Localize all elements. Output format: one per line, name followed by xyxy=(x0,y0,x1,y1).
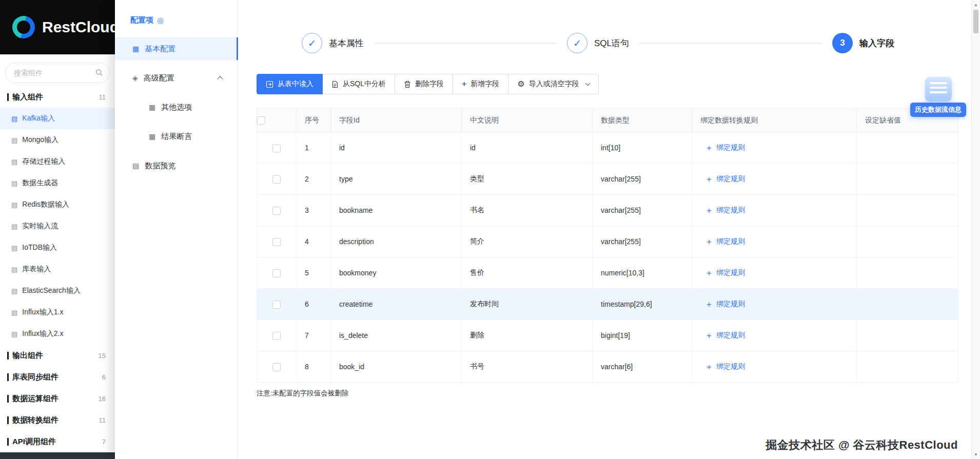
row-checkbox[interactable] xyxy=(272,269,281,277)
cell-default-value xyxy=(857,351,958,383)
section-marker xyxy=(7,395,9,403)
history-data-button[interactable]: 历史数据流信息 xyxy=(910,103,966,117)
bind-rule-link[interactable]: +绑定规则 xyxy=(700,268,745,277)
analyze-from-sql-button[interactable]: 从SQL中分析 xyxy=(322,74,395,94)
row-checkbox[interactable] xyxy=(272,207,281,215)
sidebar-bottom-bar xyxy=(0,452,115,459)
step-item[interactable]: ✓基本属性 xyxy=(302,33,364,53)
config-nav-item[interactable]: ◈高级配置 xyxy=(115,67,238,89)
logo-bar: RestCloud xyxy=(0,0,115,54)
scrollbar-down-arrow[interactable]: ▼ xyxy=(972,450,980,458)
restcloud-logo-icon xyxy=(8,12,39,43)
sidebar-item[interactable]: ▤存储过程输入 xyxy=(0,151,115,172)
config-nav-item[interactable]: ▦其他选项 xyxy=(115,96,238,118)
read-from-table-button[interactable]: 从表中读入 xyxy=(257,74,323,94)
read-from-table-icon xyxy=(266,81,273,88)
cell-default-value xyxy=(857,289,958,320)
cell-data-type: timestamp[29,6] xyxy=(593,289,692,320)
row-checkbox[interactable] xyxy=(272,363,281,371)
table-row: 4description简介varchar[255]+绑定规则 xyxy=(257,226,958,257)
config-panel: 配置项 ◎ ▦基本配置◈高级配置▦其他选项▦结果断言▤数据预览 ✓基本属性✓SQ… xyxy=(115,0,971,459)
history-data-icon[interactable] xyxy=(925,77,952,102)
cell-cn-name: 删除 xyxy=(462,320,593,351)
config-nav-item[interactable]: ▦结果断言 xyxy=(115,125,238,148)
bind-rule-link[interactable]: +绑定规则 xyxy=(700,143,745,152)
settings-icon[interactable]: ◎ xyxy=(157,16,164,24)
select-all-checkbox[interactable] xyxy=(257,116,265,125)
scrollbar-thumb[interactable] xyxy=(973,10,978,33)
sidebar-item[interactable]: ▤ElasticSearch输入 xyxy=(0,280,115,302)
config-nav-item[interactable]: ▦基本配置 xyxy=(115,37,238,60)
scrollbar-up-arrow[interactable]: ▲ xyxy=(972,1,980,9)
plus-icon: + xyxy=(707,206,712,215)
sidebar-section-header[interactable]: 数据运算组件16 xyxy=(0,388,115,409)
sidebar-item[interactable]: ▤数据生成器 xyxy=(0,172,115,194)
component-search xyxy=(5,63,110,83)
cell-default-value xyxy=(857,195,958,226)
mongo-input-icon: ▤ xyxy=(11,137,17,144)
column-header: 数据类型 xyxy=(593,109,692,132)
sidebar-section-header[interactable]: 库表同步组件6 xyxy=(0,366,115,388)
cell-no: 5 xyxy=(297,257,331,289)
config-nav-item[interactable]: ▤数据预览 xyxy=(115,154,238,177)
section-count-badge: 7 xyxy=(102,438,106,446)
sidebar-item[interactable]: ▤实时输入流 xyxy=(0,215,115,237)
plus-icon: + xyxy=(707,363,712,371)
fields-table: 序号字段Id中文说明数据类型绑定数据转换规则设定缺省值 1ididint[10]… xyxy=(257,108,958,383)
watermark-text: 掘金技术社区 @ 谷云科技RestCloud xyxy=(766,437,958,453)
table-row: 8book_id书号varchar[6]+绑定规则 xyxy=(257,351,958,383)
vertical-scrollbar: ▲ ▼ xyxy=(971,0,980,459)
cell-data-type: varchar[6] xyxy=(593,351,692,383)
bind-rule-link[interactable]: +绑定规则 xyxy=(700,300,745,309)
plus-icon: + xyxy=(707,269,712,277)
delete-field-button[interactable]: 删除字段 xyxy=(395,74,453,94)
sidebar-item[interactable]: ▤Kafka输入 xyxy=(0,108,115,129)
bind-rule-link[interactable]: +绑定规则 xyxy=(700,237,745,246)
row-checkbox[interactable] xyxy=(272,301,281,309)
component-list: 输入组件11▤Kafka输入▤Mongo输入▤存储过程输入▤数据生成器▤Redi… xyxy=(0,86,115,452)
step-item[interactable]: 3输入字段 xyxy=(832,33,894,53)
sidebar-item[interactable]: ▤Redis数据输入 xyxy=(0,194,115,215)
import-or-clear-fields-button[interactable]: ⚙导入或清空字段 xyxy=(508,74,598,94)
grid-icon: ▦ xyxy=(149,104,155,111)
fields-toolbar: 从表中读入从SQL中分析删除字段+新增字段⚙导入或清空字段 xyxy=(257,74,599,94)
bind-rule-link[interactable]: +绑定规则 xyxy=(700,362,745,371)
row-checkbox[interactable] xyxy=(272,175,281,184)
sidebar-section-header[interactable]: 输入组件11 xyxy=(0,86,115,108)
cell-field-id: id xyxy=(331,132,462,164)
sidebar-item[interactable]: ▤Influx输入2.x xyxy=(0,323,115,345)
restcloud-logo-text: RestCloud xyxy=(42,18,115,36)
row-checkbox[interactable] xyxy=(272,144,281,152)
cell-field-id: description xyxy=(331,226,462,257)
influx2-input-icon: ▤ xyxy=(11,331,17,337)
search-input[interactable] xyxy=(5,63,110,83)
elasticsearch-input-icon: ▤ xyxy=(11,288,17,294)
row-checkbox[interactable] xyxy=(272,238,281,246)
bind-rule-link[interactable]: +绑定规则 xyxy=(700,331,745,340)
row-checkbox[interactable] xyxy=(272,332,281,340)
bind-rule-link[interactable]: +绑定规则 xyxy=(700,206,745,215)
trash-icon xyxy=(404,81,411,88)
add-field-button[interactable]: +新增字段 xyxy=(453,74,508,94)
sidebar-item[interactable]: ▤Mongo输入 xyxy=(0,129,115,151)
section-marker xyxy=(7,416,9,424)
sidebar-section-header[interactable]: API调用组件7 xyxy=(0,431,115,452)
sidebar-item[interactable]: ▤IoTDB输入 xyxy=(0,237,115,258)
bind-rule-link[interactable]: +绑定规则 xyxy=(700,174,745,184)
advanced-icon: ◈ xyxy=(132,74,138,82)
cell-no: 7 xyxy=(297,320,331,351)
sidebar-item[interactable]: ▤Influx输入1.x xyxy=(0,302,115,323)
cell-default-value xyxy=(857,320,958,351)
step-connector xyxy=(374,43,557,44)
table-row: 1ididint[10]+绑定规则 xyxy=(257,132,958,164)
plus-icon: + xyxy=(707,237,712,246)
redis-input-icon: ▤ xyxy=(11,202,17,208)
plus-icon: + xyxy=(707,144,712,152)
step-item[interactable]: ✓SQL语句 xyxy=(567,33,629,53)
chevron-down-icon xyxy=(585,81,590,86)
sidebar-section-header[interactable]: 输出组件15 xyxy=(0,345,115,366)
sidebar-item[interactable]: ▤库表输入 xyxy=(0,258,115,280)
config-main: ✓基本属性✓SQL语句3输入字段 从表中读入从SQL中分析删除字段+新增字段⚙导… xyxy=(238,0,971,459)
wizard-stepper: ✓基本属性✓SQL语句3输入字段 xyxy=(302,33,894,53)
sidebar-section-header[interactable]: 数据转换组件11 xyxy=(0,409,115,431)
